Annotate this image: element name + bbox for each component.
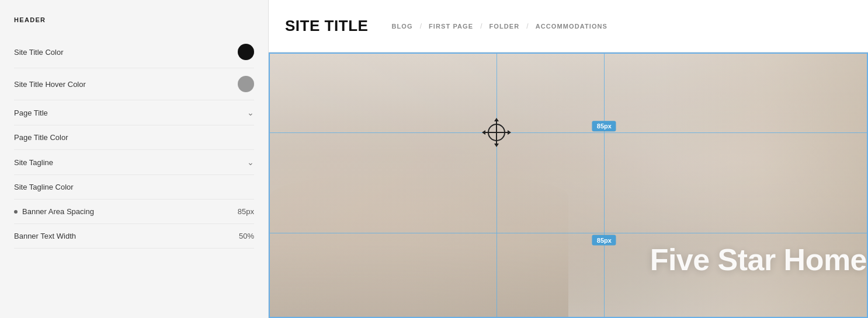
site-tagline-color-row[interactable]: Site Tagline Color	[14, 175, 254, 200]
site-title-hover-color-swatch[interactable]	[238, 76, 254, 92]
site-title-hover-color-row[interactable]: Site Title Hover Color	[14, 68, 254, 100]
banner-text: Five Star Home	[650, 242, 867, 277]
site-title-hover-color-value	[238, 76, 254, 92]
site-tagline-color-label: Site Tagline Color	[14, 183, 74, 191]
nav-separator-1: /	[420, 22, 422, 30]
guide-line-horizontal-bottom	[270, 233, 867, 233]
site-title-color-row[interactable]: Site Title Color	[14, 36, 254, 68]
nav-item-blog[interactable]: BLOG	[391, 23, 412, 30]
navigation: BLOG / FIRST PAGE / FOLDER / ACCOMMODATI…	[391, 22, 607, 30]
site-title-color-value	[238, 44, 254, 60]
site-title-hover-color-label: Site Title Hover Color	[14, 80, 86, 89]
arrow-south-icon	[494, 144, 499, 147]
banner-area-spacing-row[interactable]: Banner Area Spacing 85px	[14, 200, 254, 224]
banner-area-spacing-value: 85px	[238, 207, 254, 216]
banner-text-width-value: 50%	[239, 232, 254, 240]
page-title-label: Page Title	[14, 109, 48, 117]
banner-text-width-row[interactable]: Banner Text Width 50%	[14, 224, 254, 249]
nav-separator-2: /	[480, 22, 482, 30]
nav-item-first-page[interactable]: FIRST PAGE	[429, 23, 473, 30]
crosshair	[488, 124, 505, 141]
preview-panel: SITE TITLE BLOG / FIRST PAGE / FOLDER / …	[269, 0, 868, 318]
guide-line-vertical-left	[497, 54, 497, 317]
active-bullet-icon	[14, 210, 18, 214]
site-title-color-label: Site Title Color	[14, 48, 64, 57]
chevron-down-icon-2: ⌄	[247, 158, 254, 167]
settings-panel: HEADER Site Title Color Site Title Hover…	[0, 0, 269, 318]
nav-separator-3: /	[526, 22, 528, 30]
page-title-color-label: Page Title Color	[14, 133, 68, 142]
spacing-badge-bottom: 85px	[592, 235, 616, 245]
site-tagline-chevron: ⌄	[247, 158, 254, 167]
section-header: HEADER	[14, 16, 254, 23]
page-title-row[interactable]: Page Title ⌄	[14, 100, 254, 125]
arrow-north-icon	[494, 118, 499, 121]
site-title-color-swatch[interactable]	[238, 44, 254, 60]
chevron-down-icon: ⌄	[247, 108, 254, 117]
page-title-chevron: ⌄	[247, 108, 254, 117]
site-title: SITE TITLE	[285, 17, 368, 35]
nav-item-accommodations[interactable]: ACCOMMODATIONS	[536, 23, 607, 30]
spacing-badge-top: 85px	[592, 121, 616, 131]
arrow-west-icon	[482, 130, 485, 135]
move-cursor-icon[interactable]	[488, 124, 505, 141]
guide-line-vertical-right	[604, 54, 605, 317]
banner-text-width-label: Banner Text Width	[14, 232, 76, 240]
site-tagline-row[interactable]: Site Tagline ⌄	[14, 150, 254, 175]
site-tagline-label: Site Tagline	[14, 158, 53, 167]
nav-item-folder[interactable]: FOLDER	[489, 23, 520, 30]
preview-header: SITE TITLE BLOG / FIRST PAGE / FOLDER / …	[269, 0, 868, 53]
guide-line-horizontal-top	[270, 132, 867, 133]
furniture-decoration	[270, 172, 568, 317]
arrow-east-icon	[508, 130, 511, 135]
crosshair-vertical	[496, 121, 497, 144]
banner-area[interactable]: 85px 85px Five Star Home	[269, 53, 868, 318]
banner-area-spacing-label: Banner Area Spacing	[14, 207, 94, 216]
page-title-color-row[interactable]: Page Title Color	[14, 125, 254, 150]
